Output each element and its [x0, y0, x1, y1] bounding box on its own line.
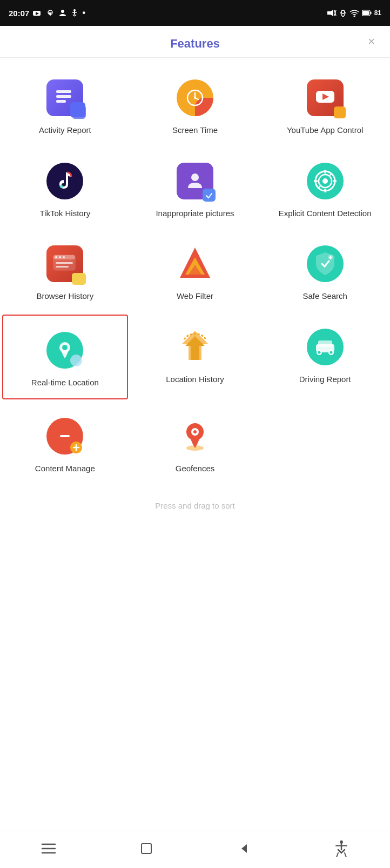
driving-report-label: Driving Report	[299, 374, 351, 385]
svg-line-8	[75, 15, 76, 16]
maps-status-icon	[45, 10, 55, 16]
feature-item-explicit-content-detection[interactable]: Explicit Content Detection	[260, 146, 390, 230]
feature-item-youtube-app-control[interactable]: YouTube App Control	[260, 63, 390, 146]
feature-empty-slot	[260, 402, 390, 485]
battery-icon	[362, 10, 372, 16]
activity-svg	[54, 88, 76, 108]
svg-line-38	[329, 173, 332, 176]
features-grid: Activity Report Screen Time	[0, 58, 390, 490]
location-history-icon	[176, 328, 214, 366]
tiktok-svg	[55, 170, 75, 192]
feature-item-inappropriate-pictures[interactable]: Inappropriate pictures	[130, 146, 260, 230]
accessibility-icon	[334, 840, 349, 857]
geofences-icon	[176, 417, 214, 456]
svg-line-81	[341, 850, 345, 853]
svg-rect-21	[79, 108, 83, 111]
svg-point-4	[73, 9, 76, 11]
accessibility-status-icon	[70, 9, 79, 17]
svg-rect-20	[75, 108, 78, 111]
screen-time-label: Screen Time	[172, 125, 218, 136]
status-right: 81	[327, 9, 381, 17]
tiktok-history-icon	[45, 162, 84, 201]
svg-point-43	[59, 256, 61, 258]
feature-item-realtime-location[interactable]: Real-time Location	[2, 315, 128, 400]
nav-back-button[interactable]	[230, 838, 257, 859]
safe-search-label: Safe Search	[302, 291, 347, 302]
svg-point-26	[194, 97, 196, 99]
geofences-label: Geofences	[176, 463, 215, 474]
feature-item-web-filter[interactable]: Web Filter	[130, 229, 260, 312]
svg-rect-60	[318, 340, 332, 347]
svg-point-12	[341, 10, 345, 14]
close-button[interactable]: ×	[364, 32, 379, 51]
svg-point-13	[353, 16, 355, 17]
svg-marker-9	[327, 10, 333, 16]
inappropriate-pictures-label: Inappropriate pictures	[156, 208, 234, 219]
svg-point-64	[330, 351, 332, 353]
person-status-icon	[58, 9, 67, 17]
status-bar: 20:07 • 81	[0, 0, 390, 26]
web-filter-label: Web Filter	[177, 291, 213, 302]
feature-item-tiktok-history[interactable]: TikTok History	[0, 146, 130, 230]
location-history-svg	[177, 329, 213, 365]
realtime-location-label: Real-time Location	[31, 377, 99, 388]
inappropriate-pictures-icon	[176, 162, 214, 201]
browser-svg	[53, 255, 77, 273]
modal-title: Features	[170, 37, 220, 51]
svg-rect-75	[142, 844, 151, 853]
screen-time-svg	[185, 88, 205, 108]
svg-line-82	[337, 853, 338, 857]
activity-report-label: Activity Report	[39, 125, 91, 136]
feature-item-safe-search[interactable]: Safe Search	[260, 229, 390, 312]
safe-search-icon	[306, 244, 345, 283]
feature-item-content-manage[interactable]: Content Manage	[0, 402, 130, 485]
browser-history-label: Browser History	[36, 291, 93, 302]
svg-line-83	[345, 853, 346, 857]
svg-point-3	[61, 10, 64, 13]
inappropriate-svg	[184, 171, 206, 191]
svg-point-33	[322, 178, 328, 184]
dot-indicator: •	[82, 8, 85, 18]
svg-point-62	[318, 351, 320, 353]
content-manage-svg	[56, 427, 74, 445]
svg-rect-46	[56, 266, 69, 268]
web-filter-svg	[177, 245, 213, 282]
browser-history-icon	[45, 244, 84, 283]
content-manage-icon	[45, 417, 84, 456]
wifi-icon	[349, 9, 359, 17]
safe-search-svg	[314, 252, 336, 276]
youtube-svg	[315, 90, 335, 105]
home-icon	[140, 842, 153, 855]
svg-point-56	[62, 345, 68, 350]
driving-svg	[314, 338, 337, 356]
feature-item-driving-report[interactable]: Driving Report	[260, 312, 390, 402]
feature-item-screen-time[interactable]: Screen Time	[130, 63, 260, 146]
nav-home-button[interactable]	[133, 838, 160, 859]
feature-item-browser-history[interactable]: Browser History	[0, 229, 130, 312]
explicit-svg	[313, 169, 337, 193]
features-modal: Features × Activity Report	[0, 26, 390, 868]
sort-hint: Press and drag to sort	[0, 490, 390, 526]
nav-menu-button[interactable]	[35, 838, 62, 859]
menu-icon	[41, 843, 56, 854]
screen-time-icon	[176, 78, 214, 117]
feature-item-activity-report[interactable]: Activity Report	[0, 63, 130, 146]
nav-accessibility-button[interactable]	[328, 838, 355, 859]
explicit-content-detection-label: Explicit Content Detection	[279, 208, 372, 219]
svg-rect-45	[56, 262, 73, 264]
svg-rect-18	[56, 95, 71, 98]
web-filter-icon	[176, 244, 214, 283]
feature-item-location-history[interactable]: Location History	[130, 312, 260, 402]
svg-rect-19	[56, 100, 66, 103]
svg-marker-76	[241, 844, 247, 853]
nav-bar	[0, 831, 390, 868]
svg-point-30	[191, 173, 199, 181]
svg-point-71	[193, 430, 197, 433]
tiktok-history-label: TikTok History	[40, 208, 91, 219]
svg-rect-22	[75, 112, 78, 116]
modal-header: Features ×	[0, 26, 390, 58]
battery-percent: 81	[374, 9, 381, 17]
youtube-app-control-icon	[306, 78, 345, 117]
feature-item-geofences[interactable]: Geofences	[130, 402, 260, 485]
svg-rect-15	[370, 12, 371, 15]
